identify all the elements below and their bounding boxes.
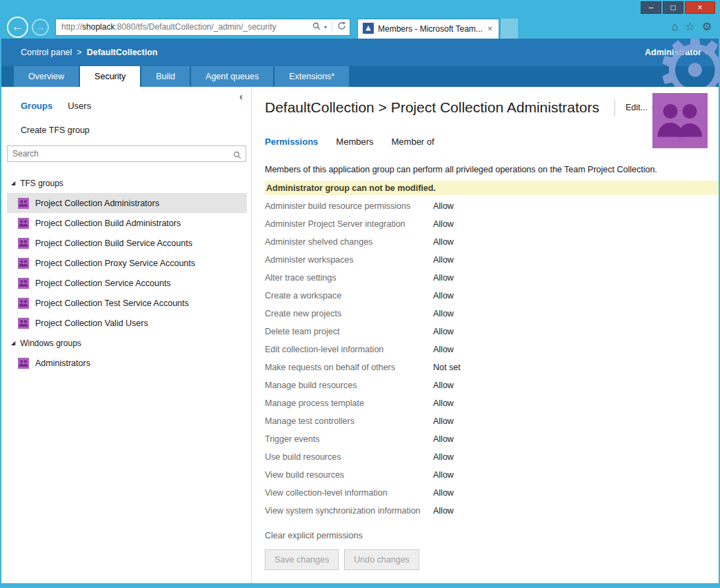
address-bar[interactable]: http://shoplack:8080/tfs/DefaultCollecti… (55, 19, 350, 36)
clear-explicit-permissions-link[interactable]: Clear explicit permissions (265, 531, 719, 540)
permission-value[interactable]: Allow (433, 452, 454, 462)
tree-row[interactable]: ◢ Project Collection Test Service Accoun… (7, 293, 247, 313)
main-tab[interactable]: Member of (392, 136, 434, 147)
window-titlebar: – □ × (1, 0, 719, 15)
permission-value[interactable]: Allow (433, 237, 454, 247)
permission-row: Edit collection-level information Allow (265, 341, 719, 358)
tree-row-label: Project Collection Test Service Accounts (35, 298, 189, 308)
breadcrumb: Control panel > DefaultCollection Admini… (1, 39, 719, 66)
tree-row[interactable]: ◢ Project Collection Valid Users (7, 313, 247, 333)
permission-name: Edit collection-level information (265, 345, 433, 354)
tree-row[interactable]: ◢ Project Collection Proxy Service Accou… (7, 253, 247, 273)
header-tab[interactable]: Agent queues (191, 66, 273, 87)
tree-row[interactable]: ◢ Administrators (7, 353, 247, 373)
sidebar-pivot-label: Users (68, 101, 91, 111)
permission-value[interactable]: Allow (433, 381, 454, 390)
permission-value[interactable]: Allow (433, 416, 454, 426)
permission-row: Create a workspace Allow (265, 287, 719, 305)
permission-value[interactable]: Allow (433, 345, 454, 354)
permission-row: View system synchronization information … (265, 502, 719, 520)
warning-banner: Administrator group can not be modified. (265, 181, 719, 195)
header-tab-bar: Overview Security Build Agent queues Ext… (1, 66, 719, 87)
tree-row[interactable]: ◢ Project Collection Administrators (7, 193, 247, 213)
edit-menu[interactable]: Edit... ▾ (614, 99, 654, 116)
permission-name: Manage build resources (265, 381, 433, 390)
home-icon[interactable]: ⌂ (672, 21, 679, 32)
browser-toolbar-icons: ⌂ ☆ ⚙ (672, 21, 712, 32)
breadcrumb-collection[interactable]: DefaultCollection (87, 48, 158, 57)
action-buttons: Save changes Undo changes (265, 549, 719, 570)
permission-row: Administer build resource permissions Al… (265, 197, 719, 215)
permission-value[interactable]: Allow (433, 219, 454, 229)
refresh-icon[interactable] (337, 21, 346, 32)
expand-triangle-icon[interactable]: ◢ (11, 181, 15, 186)
sidebar-pivot[interactable]: Users (68, 101, 91, 111)
search-input[interactable] (7, 145, 246, 162)
header-tab[interactable]: Overview (14, 66, 79, 87)
permission-row: Manage test controllers Allow (265, 412, 719, 430)
permission-value[interactable]: Allow (433, 488, 454, 498)
search-icon[interactable] (312, 22, 321, 32)
permission-value[interactable]: Allow (433, 506, 454, 516)
permission-name: Create a workspace (265, 291, 433, 301)
window-maximize-button[interactable]: □ (663, 1, 683, 14)
permission-value[interactable]: Allow (433, 398, 454, 408)
tree-row[interactable]: ◢ Windows groups (7, 333, 247, 353)
search-dropdown-icon[interactable]: ▾ (324, 24, 327, 30)
window-minimize-button[interactable]: – (641, 1, 661, 14)
sidebar-collapse-icon[interactable]: ‹ (239, 91, 243, 101)
search-magnifier-icon[interactable] (233, 150, 241, 162)
group-icon (18, 278, 29, 289)
permission-row: View collection-level information Allow (265, 484, 719, 502)
user-menu[interactable]: Administrator ▾ (645, 48, 708, 57)
tab-title: Members - Microsoft Team... (378, 24, 482, 34)
settings-gear-icon[interactable]: ⚙ (702, 21, 712, 32)
permission-list: Administer build resource permissions Al… (265, 197, 719, 520)
breadcrumb-control-panel[interactable]: Control panel (21, 48, 72, 57)
header-tab[interactable]: Extensions* (274, 66, 349, 87)
permission-name: Administer workspaces (265, 255, 433, 265)
permission-value[interactable]: Allow (433, 327, 454, 336)
tree-row[interactable]: ◢ TFS groups (7, 173, 247, 193)
new-tab-button[interactable] (501, 19, 518, 39)
group-icon (18, 258, 29, 269)
main-tab-label: Permissions (265, 136, 318, 147)
url-host: shoplack (82, 22, 114, 32)
permission-row: View build resources Allow (265, 466, 719, 484)
save-changes-button[interactable]: Save changes (265, 549, 339, 570)
permission-value[interactable]: Allow (433, 291, 454, 301)
main-tab[interactable]: Permissions (265, 136, 318, 147)
tree-row[interactable]: ◢ Project Collection Service Accounts (7, 273, 247, 293)
tree-row[interactable]: ◢ Project Collection Build Service Accou… (7, 233, 247, 253)
browser-chrome: ← → http://shoplack:8080/tfs/DefaultColl… (1, 15, 719, 39)
permission-value[interactable]: Allow (433, 255, 454, 265)
create-tfs-group-link[interactable]: Create TFS group (1, 111, 251, 135)
header-tab-label: Security (94, 72, 126, 81)
favorites-star-icon[interactable]: ☆ (685, 21, 694, 32)
permission-value[interactable]: Allow (433, 434, 454, 444)
main-tab[interactable]: Members (336, 136, 373, 147)
permission-value[interactable]: Allow (433, 470, 454, 480)
undo-changes-button[interactable]: Undo changes (344, 549, 419, 570)
header-tab[interactable]: Build (141, 66, 190, 87)
expand-triangle-icon[interactable]: ◢ (11, 341, 15, 346)
main-tab-label: Member of (392, 136, 434, 147)
header-tab[interactable]: Security (80, 66, 140, 87)
main-panel: DefaultCollection > Project Collection A… (252, 87, 719, 583)
back-button[interactable]: ← (7, 17, 28, 38)
permission-value[interactable]: Allow (433, 201, 454, 211)
favicon (363, 23, 374, 36)
permission-value[interactable]: Not set (433, 363, 461, 372)
permission-row: Manage build resources Allow (265, 376, 719, 394)
permission-value[interactable]: Allow (433, 309, 454, 318)
browser-tab-members[interactable]: Members - Microsoft Team... × (357, 19, 499, 39)
maximize-icon: □ (670, 3, 675, 12)
permission-name: View system synchronization information (265, 506, 433, 516)
tab-close-icon[interactable]: × (486, 24, 494, 34)
tree-row[interactable]: ◢ Project Collection Build Administrator… (7, 213, 247, 233)
forward-button[interactable]: → (32, 19, 49, 36)
sidebar-pivot[interactable]: Groups (21, 101, 52, 111)
permission-value[interactable]: Allow (433, 273, 454, 283)
window-close-button[interactable]: × (685, 1, 715, 14)
tree-row-label: Administrators (35, 358, 90, 368)
